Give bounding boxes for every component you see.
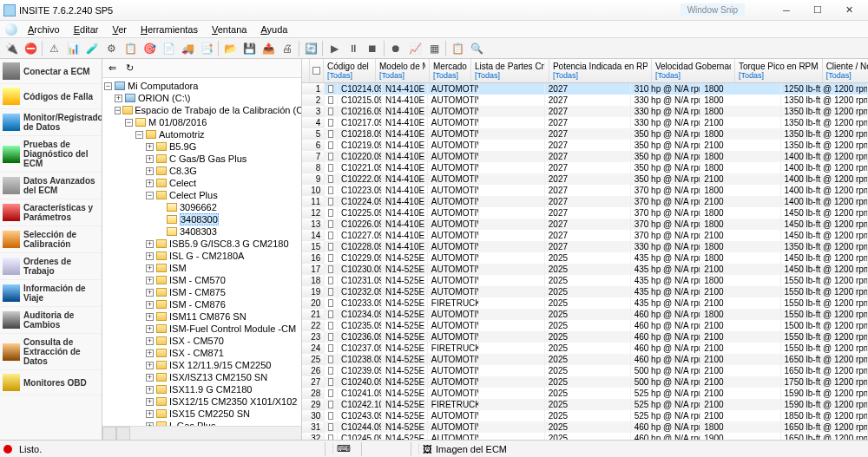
menu-ver[interactable]: Ver — [105, 23, 134, 36]
row-checkbox[interactable] — [325, 286, 338, 297]
row-checkbox[interactable] — [325, 117, 338, 128]
col-filter[interactable]: [Todas] — [655, 71, 731, 80]
table-row[interactable]: 29C10242.10N14-525EFIRETRUCK2025525 hp @… — [302, 399, 868, 410]
tb-disconnect-icon[interactable]: ⛔ — [22, 40, 39, 57]
expand-icon[interactable]: − — [125, 119, 133, 127]
expand-icon[interactable]: + — [146, 325, 154, 333]
expand-icon[interactable]: + — [146, 289, 154, 297]
tb-connect-icon[interactable]: 🔌 — [3, 40, 20, 57]
grid-body[interactable]: 1C10214.09N14-410EAUTOMOTIVE2027310 hp @… — [302, 83, 868, 440]
tb-graph-icon[interactable]: 📈 — [406, 40, 424, 57]
tree-back-icon[interactable]: ⇐ — [104, 61, 120, 76]
table-row[interactable]: 19C10232.09N14-525EAUTOMOTIVE2025435 hp … — [302, 286, 868, 297]
expand-icon[interactable]: + — [146, 155, 154, 163]
row-checkbox[interactable] — [325, 207, 338, 219]
table-row[interactable]: 6C10219.09N14-410EAUTOMOTIVE2027350 hp @… — [302, 140, 868, 151]
tree-item[interactable]: −Automotriz — [104, 128, 299, 140]
table-row[interactable]: 4C10217.09N14-410EAUTOMOTIVE2027330 hp @… — [302, 117, 868, 128]
expand-icon[interactable]: + — [115, 95, 122, 102]
expand-icon[interactable]: − — [115, 107, 121, 114]
menu-archivo[interactable]: Archivo — [21, 23, 67, 36]
expand-icon[interactable]: + — [146, 252, 154, 260]
table-row[interactable]: 24C10237.09N14-525EFIRETRUCK2025460 hp @… — [302, 343, 868, 354]
tb-monitor-icon[interactable]: 📊 — [64, 40, 82, 57]
table-row[interactable]: 8C10221.09N14-410EAUTOMOTIVE2027350 hp @… — [302, 162, 868, 173]
table-row[interactable]: 14C10227.09N14-410EAUTOMOTIVE2027370 hp … — [302, 230, 868, 241]
menu-ayuda[interactable]: Ayuda — [253, 23, 294, 36]
table-row[interactable]: 3C10216.09N14-410EAUTOMOTIVE2027330 hp @… — [302, 106, 868, 117]
expand-icon[interactable]: + — [146, 180, 154, 187]
tree-item[interactable]: +ORION (C:\) — [104, 92, 299, 104]
col-filter[interactable]: [Todas] — [327, 71, 372, 80]
row-checkbox[interactable] — [325, 241, 338, 252]
row-checkbox[interactable] — [325, 410, 338, 421]
row-checkbox[interactable] — [325, 230, 338, 241]
row-checkbox[interactable] — [325, 185, 338, 196]
nav-item-3[interactable]: Pruebas de Diagnóstico del ECM — [0, 136, 102, 173]
col-filter[interactable]: [Todas] — [379, 71, 425, 80]
row-checkbox[interactable] — [325, 173, 338, 185]
row-checkbox[interactable] — [325, 128, 338, 140]
row-checkbox[interactable] — [325, 320, 338, 331]
col-filter[interactable]: [Todas] — [826, 71, 868, 80]
table-row[interactable]: 26C10239.09N14-525EAUTOMOTIVE2025500 hp … — [302, 365, 868, 376]
tree-item[interactable]: −Mi Computadora — [104, 80, 299, 92]
expand-icon[interactable]: + — [146, 398, 154, 406]
nav-item-9[interactable]: Auditoria de Cambios — [0, 307, 102, 334]
tree-item[interactable]: +ISX - CM570 — [104, 335, 299, 347]
tree-item[interactable]: +ISM — [104, 262, 299, 274]
tree-item[interactable]: +B5.9G — [104, 140, 299, 153]
col-header-0[interactable]: Código del ECM[Todas] — [324, 59, 376, 82]
nav-item-1[interactable]: Códigos de Falla — [0, 84, 102, 109]
menu-ventana[interactable]: Ventana — [205, 23, 253, 36]
tree-item[interactable]: +ISX/ISZ13 CM2150 SN — [104, 371, 299, 383]
tb-print-icon[interactable]: 🖨 — [279, 40, 296, 57]
nav-item-4[interactable]: Datos Avanzados del ECM — [0, 173, 102, 199]
col-header-5[interactable]: Velocidad Gobernada[Todas] — [652, 59, 735, 82]
tree-hscrollbar[interactable] — [102, 426, 301, 440]
row-checkbox[interactable] — [325, 275, 338, 286]
table-row[interactable]: 25C10238.09N14-525EAUTOMOTIVE2025460 hp … — [302, 354, 868, 365]
tb-advanced-icon[interactable]: ⚙ — [102, 40, 120, 57]
tb-audit-icon[interactable]: 📑 — [198, 40, 215, 57]
tree-item[interactable]: 3096662 — [104, 201, 299, 213]
table-row[interactable]: 10C10223.09N14-410EAUTOMOTIVE2027370 hp … — [302, 185, 868, 196]
tree-item[interactable]: +ISB5.9 G/ISC8.3 G CM2180 — [104, 238, 299, 250]
tree-item[interactable]: +ISM - CM875 — [104, 286, 299, 298]
col-header-7[interactable]: Cliente / Nombre del OEM[Todas] — [823, 59, 868, 82]
table-row[interactable]: 18C10231.09N14-525EAUTOMOTIVE2025435 hp … — [302, 275, 868, 286]
table-row[interactable]: 1C10214.09N14-410EAUTOMOTIVE2027310 hp @… — [302, 83, 868, 95]
table-row[interactable]: 22C10235.09N14-525EAUTOMOTIVE2025460 hp … — [302, 320, 868, 331]
table-row[interactable]: 20C10233.09N14-525EFIRETRUCK2025435 hp @… — [302, 297, 868, 309]
tree-item[interactable]: +L Gas Plus — [104, 420, 299, 426]
tree-item[interactable]: +ISX 12/11.9/15 CM2250 — [104, 359, 299, 371]
row-checkbox[interactable] — [325, 354, 338, 365]
tree-view[interactable]: −Mi Computadora+ORION (C:\)−Espacio de T… — [102, 78, 301, 426]
col-filter[interactable]: [Todas] — [475, 71, 545, 80]
tree-item[interactable]: −M 01/08/2016 — [104, 116, 299, 128]
row-checkbox[interactable] — [325, 219, 338, 230]
row-checkbox[interactable] — [325, 162, 338, 173]
tb-table-icon[interactable]: ▦ — [425, 40, 443, 57]
nav-item-2[interactable]: Monitor/Registrador de Datos — [0, 109, 102, 136]
col-header-1[interactable]: Modelo de Motor[Todas] — [376, 59, 430, 82]
row-checkbox[interactable] — [325, 297, 338, 309]
table-row[interactable]: 12C10225.09N14-410EAUTOMOTIVE2027370 hp … — [302, 207, 868, 219]
col-header-4[interactable]: Potencia Indicada en RPM[Todas] — [549, 59, 652, 82]
expand-icon[interactable]: + — [146, 410, 154, 418]
table-row[interactable]: 30C10243.09N14-525EAUTOMOTIVE2025525 hp … — [302, 410, 868, 421]
expand-icon[interactable]: + — [146, 349, 154, 357]
table-row[interactable]: 11C10224.09N14-410EAUTOMOTIVE2027370 hp … — [302, 196, 868, 207]
tb-export-icon[interactable]: 📤 — [260, 40, 277, 57]
nav-item-7[interactable]: Ordenes de Trabajo — [0, 253, 102, 280]
tb-play-icon[interactable]: ▶ — [326, 40, 343, 57]
row-checkbox[interactable] — [325, 365, 338, 376]
col-filter[interactable]: [Todas] — [739, 71, 819, 80]
tb-stop-icon[interactable]: ⏹ — [364, 40, 381, 57]
tree-item[interactable]: +ISX15 CM2250 SN — [104, 408, 299, 420]
col-filter[interactable]: [Todas] — [433, 71, 467, 80]
nav-item-6[interactable]: Selección de Calibración — [0, 226, 102, 253]
row-checkbox[interactable] — [325, 433, 338, 440]
tb-copy-icon[interactable]: 📋 — [449, 40, 466, 57]
table-row[interactable]: 9C10222.09N14-410EAUTOMOTIVE2027350 hp @… — [302, 173, 868, 185]
